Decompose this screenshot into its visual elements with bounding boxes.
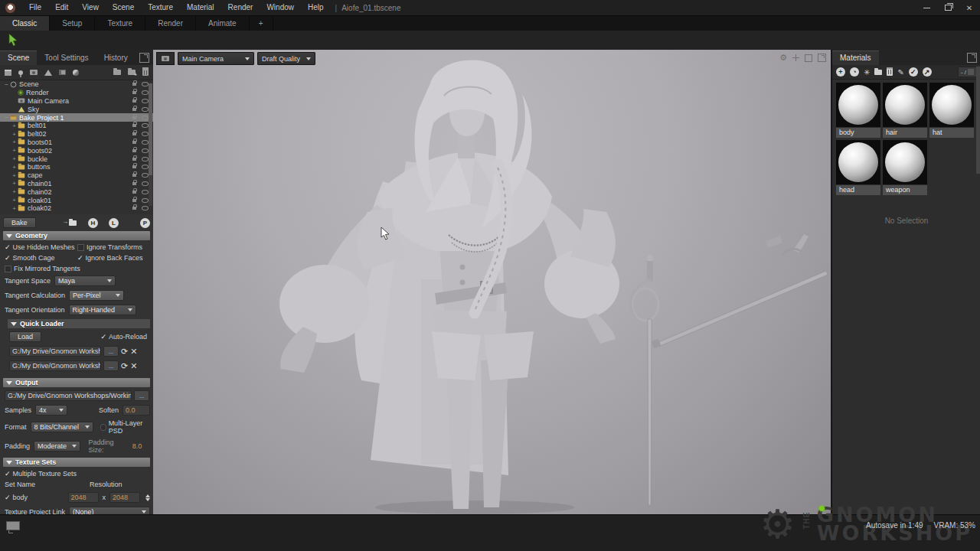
tree-row-scene[interactable]: − Scene xyxy=(0,80,153,89)
viewport-maximize-icon[interactable] xyxy=(805,54,812,62)
tree-row-bake-project[interactable]: − Bake Project 1 xyxy=(0,113,153,122)
tab-classic[interactable]: Classic xyxy=(0,16,50,31)
menu-window[interactable]: Window xyxy=(260,0,301,15)
menu-file[interactable]: File xyxy=(22,0,48,15)
tree-row-boots01[interactable]: + boots01 xyxy=(0,139,153,147)
tab-add-button[interactable]: + xyxy=(250,16,273,31)
tab-render[interactable]: Render xyxy=(145,16,196,31)
lock-icon[interactable] xyxy=(132,99,136,103)
menu-help[interactable]: Help xyxy=(301,0,331,15)
lock-icon[interactable] xyxy=(132,141,136,144)
expander-icon[interactable]: − xyxy=(3,114,10,121)
add-object-icon[interactable] xyxy=(5,70,11,76)
popout-panel-icon[interactable] xyxy=(139,53,149,63)
tree-row-chain01[interactable]: + chain01 xyxy=(0,180,153,188)
multi-layer-psd-checkbox[interactable]: Multi-Layer PSD xyxy=(100,419,150,435)
lock-icon[interactable] xyxy=(132,91,136,94)
material-tile-body[interactable]: body xyxy=(836,83,880,138)
expander-icon[interactable]: + xyxy=(11,122,18,129)
expander-icon[interactable]: + xyxy=(11,172,18,179)
eye-icon[interactable] xyxy=(142,132,149,136)
material-count-box[interactable] xyxy=(968,69,974,75)
reload-icon[interactable]: ⟳ xyxy=(121,362,128,370)
tree-row-buckle[interactable]: + buckle xyxy=(0,155,153,163)
eye-icon[interactable] xyxy=(142,198,149,203)
browse-button[interactable]: ... xyxy=(134,390,149,401)
eye-icon[interactable] xyxy=(142,190,149,194)
purge-unused-icon[interactable]: ✳ xyxy=(864,68,870,77)
bake-button[interactable]: Bake xyxy=(3,217,36,228)
load-button[interactable]: Load xyxy=(9,331,41,342)
clear-icon[interactable]: ✕ xyxy=(130,347,137,355)
lock-icon[interactable] xyxy=(132,124,136,127)
materials-scrollbar[interactable] xyxy=(976,67,980,174)
tree-scrollbar[interactable] xyxy=(149,83,152,206)
expander-icon[interactable]: + xyxy=(11,188,18,195)
tree-row-render[interactable]: Render xyxy=(0,89,153,97)
tree-row-belt01[interactable]: + belt01 xyxy=(0,122,153,130)
eye-icon[interactable] xyxy=(142,123,149,128)
menu-edit[interactable]: Edit xyxy=(48,0,75,15)
add-backdrop-icon[interactable] xyxy=(59,70,66,75)
expander-icon[interactable]: + xyxy=(11,197,18,204)
tree-row-main-camera[interactable]: Main Camera xyxy=(0,97,153,106)
lock-icon[interactable] xyxy=(132,116,136,119)
lock-icon[interactable] xyxy=(132,83,136,86)
multiple-texture-sets-checkbox[interactable]: ✓Multiple Texture Sets xyxy=(5,470,77,478)
tree-row-cloak02[interactable]: + cloak02 xyxy=(0,204,153,213)
expander-icon[interactable]: + xyxy=(11,164,18,171)
eye-icon[interactable] xyxy=(142,82,149,86)
menu-render[interactable]: Render xyxy=(221,0,260,15)
tangent-calculation-dropdown[interactable]: Per-Pixel xyxy=(69,290,124,301)
tangent-orientation-dropdown[interactable]: Right-Handed xyxy=(69,305,136,315)
expander-icon[interactable]: + xyxy=(11,131,18,138)
tab-tool-settings[interactable]: Tool Settings xyxy=(37,51,96,65)
delete-object-icon[interactable] xyxy=(142,69,149,76)
lock-icon[interactable] xyxy=(132,158,136,161)
camera-dropdown[interactable]: Main Camera xyxy=(178,52,254,65)
close-button[interactable]: ✕ xyxy=(959,0,980,15)
set-body-checkbox[interactable]: ✓body xyxy=(5,494,28,501)
load-low-icon[interactable]: L xyxy=(109,218,119,228)
output-path-field[interactable]: G:/My Drive/Gnomon Workshops/Working xyxy=(5,390,132,401)
menu-scene[interactable]: Scene xyxy=(106,0,141,15)
eye-icon[interactable] xyxy=(142,173,149,178)
expander-icon[interactable]: + xyxy=(11,147,18,154)
tab-history[interactable]: History xyxy=(96,51,136,65)
tab-scene[interactable]: Scene xyxy=(0,51,37,65)
browse-button[interactable]: ... xyxy=(103,360,119,371)
eye-icon[interactable] xyxy=(142,181,149,186)
tab-animate[interactable]: Animate xyxy=(196,16,250,31)
display-icon[interactable] xyxy=(6,521,20,530)
merge-scene-icon[interactable] xyxy=(128,70,136,75)
lock-icon[interactable] xyxy=(132,199,136,202)
quick-loader-section-header[interactable]: Quick Loader xyxy=(8,319,150,328)
geometry-section-header[interactable]: Geometry xyxy=(3,231,150,240)
eye-icon[interactable] xyxy=(142,140,149,145)
lock-icon[interactable] xyxy=(132,207,136,210)
add-material-icon[interactable]: + xyxy=(836,67,845,77)
eye-icon[interactable] xyxy=(142,99,149,103)
tab-texture[interactable]: Texture xyxy=(95,16,145,31)
viewport-settings-gear-icon[interactable]: ⚙ xyxy=(779,53,787,63)
viewport-gizmo-icon[interactable] xyxy=(792,54,799,61)
resolution-stepper[interactable] xyxy=(145,494,150,501)
eye-icon[interactable] xyxy=(142,116,149,120)
popout-panel-icon[interactable] xyxy=(967,53,977,63)
lock-icon[interactable] xyxy=(132,191,136,194)
material-tile-hair[interactable]: hair xyxy=(883,83,927,138)
expander-icon[interactable]: − xyxy=(3,81,10,88)
viewport-popout-icon[interactable] xyxy=(818,54,826,62)
delete-material-icon[interactable] xyxy=(887,69,893,76)
lock-icon[interactable] xyxy=(132,165,136,168)
load-scene-icon[interactable] xyxy=(113,70,121,75)
load-high-icon[interactable]: H xyxy=(88,218,98,228)
eye-icon[interactable] xyxy=(142,157,149,161)
soften-field[interactable]: 0.0 xyxy=(122,405,150,416)
lock-icon[interactable] xyxy=(132,149,136,152)
add-light-icon[interactable] xyxy=(18,70,23,75)
output-section-header[interactable]: Output xyxy=(3,378,150,387)
tree-row-sky[interactable]: Sky xyxy=(0,105,153,113)
eye-icon[interactable] xyxy=(142,206,149,210)
quality-dropdown[interactable]: Draft Quality xyxy=(257,52,315,65)
